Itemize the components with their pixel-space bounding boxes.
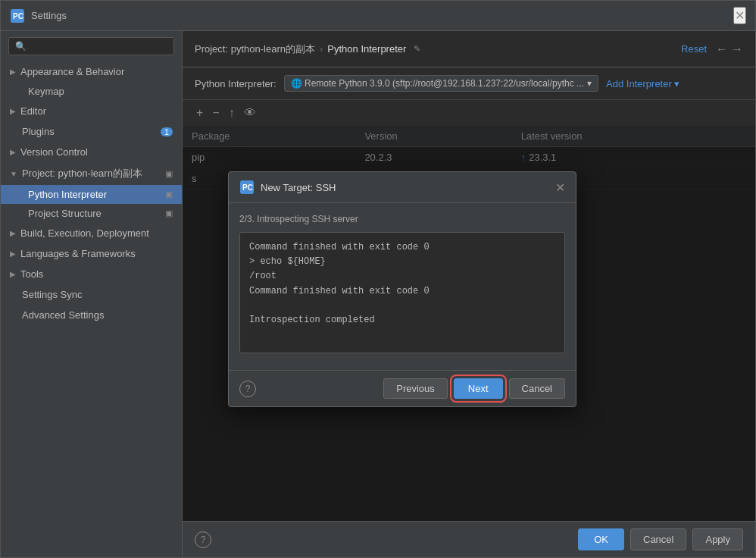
sidebar-item-label: Advanced Settings: [22, 309, 104, 321]
window-title: Settings: [31, 10, 67, 21]
dropdown-arrow-icon: ▾: [587, 78, 592, 89]
bottom-actions: OK Cancel Apply: [578, 528, 743, 550]
sidebar-item-appearance[interactable]: ▶ Appearance & Behavior: [1, 61, 182, 82]
interpreter-select[interactable]: 🌐 Remote Python 3.9.0 (sftp://root@192.1…: [284, 75, 598, 92]
sidebar-item-label: Project: python-learn的副本: [22, 167, 142, 180]
ok-button[interactable]: OK: [578, 528, 624, 550]
add-interpreter-button[interactable]: Add Interpreter ▾: [606, 78, 679, 89]
modal-logo: PC: [239, 180, 255, 195]
console-line: [249, 299, 555, 313]
modal-overlay: PC New Target: SSH ✕ 2/3. Introspecting …: [183, 126, 755, 521]
console-line: Command finished with exit code 0: [249, 284, 555, 299]
app-logo: PC: [10, 8, 25, 24]
remove-package-button[interactable]: −: [211, 105, 220, 121]
apply-button[interactable]: Apply: [692, 528, 743, 550]
structure-icon: ▣: [165, 208, 173, 218]
expand-arrow: ▶: [10, 270, 16, 278]
sidebar-item-label: Keymap: [28, 86, 64, 97]
breadcrumb-current: Python Interpreter: [327, 43, 406, 55]
expand-arrow: ▼: [10, 170, 17, 178]
edit-icon: ✎: [414, 44, 420, 54]
cancel-main-button[interactable]: Cancel: [630, 528, 686, 550]
plugins-badge: 1: [161, 127, 173, 136]
sidebar-item-keymap[interactable]: Keymap: [1, 82, 182, 101]
packages-table-area: Package Version Latest version pip 20.2.…: [183, 126, 755, 521]
package-toolbar: + − ↑ 👁: [183, 100, 755, 126]
sidebar-item-label: Settings Sync: [22, 289, 83, 300]
next-button[interactable]: Next: [454, 378, 503, 399]
modal-title: New Target: SSH: [261, 182, 336, 193]
up-button[interactable]: ↑: [227, 105, 236, 121]
sidebar-item-label: Build, Execution, Deployment: [20, 227, 149, 239]
modal-footer: ? Previous Next Cancel: [229, 370, 576, 406]
cancel-button[interactable]: Cancel: [509, 378, 565, 399]
sidebar-item-label: Project Structure: [28, 208, 102, 219]
interpreter-label: Python Interpreter:: [195, 78, 276, 89]
expand-arrow: ▶: [10, 229, 16, 237]
search-input[interactable]: [8, 37, 174, 55]
add-package-button[interactable]: +: [195, 105, 205, 121]
sidebar-item-label: Languages & Frameworks: [20, 248, 136, 259]
header-actions: Reset ← →: [681, 42, 743, 56]
breadcrumb-project: Project: python-learn的副本: [195, 42, 315, 56]
main-header: Project: python-learn的副本 › Python Interp…: [183, 31, 755, 67]
sidebar-item-label: Appearance & Behavior: [20, 66, 124, 77]
forward-button[interactable]: →: [731, 42, 743, 56]
settings-window: PC Settings ✕ ▶ Appearance & Behavior Ke…: [0, 0, 756, 558]
sidebar-item-label: Python Interpreter: [28, 189, 107, 200]
breadcrumb: Project: python-learn的副本 › Python Interp…: [195, 42, 420, 56]
sidebar: ▶ Appearance & Behavior Keymap ▶ Editor …: [1, 31, 183, 557]
sidebar-item-project-structure[interactable]: Project Structure ▣: [1, 204, 182, 223]
project-icon: ▣: [165, 169, 173, 179]
expand-arrow: ▶: [10, 148, 16, 156]
sidebar-item-plugins[interactable]: Plugins 1: [1, 121, 182, 142]
console-line: Command finished with exit code 0: [249, 240, 555, 255]
close-button[interactable]: ✕: [733, 7, 746, 24]
bottom-help-button[interactable]: ?: [195, 531, 211, 548]
sidebar-item-languages[interactable]: ▶ Languages & Frameworks: [1, 243, 182, 264]
modal-header: PC New Target: SSH ✕: [229, 172, 576, 203]
console-line: Introspection completed: [249, 313, 555, 328]
sidebar-item-tools[interactable]: ▶ Tools: [1, 264, 182, 284]
ssh-dialog: PC New Target: SSH ✕ 2/3. Introspecting …: [228, 171, 576, 407]
sidebar-item-advanced-settings[interactable]: Advanced Settings: [1, 305, 182, 325]
sidebar-item-version-control[interactable]: ▶ Version Control: [1, 142, 182, 162]
console-line: > echo ${HOME}: [249, 255, 555, 269]
modal-console: Command finished with exit code 0 > echo…: [239, 232, 565, 353]
sidebar-item-editor[interactable]: ▶ Editor: [1, 101, 182, 121]
expand-arrow: ▶: [10, 107, 16, 115]
help-button[interactable]: ?: [239, 381, 256, 397]
modal-step: 2/3. Introspecting SSH server: [239, 214, 565, 224]
breadcrumb-separator: ›: [320, 43, 323, 55]
sidebar-item-python-interpreter[interactable]: Python Interpreter ▣: [1, 185, 182, 204]
sidebar-item-settings-sync[interactable]: Settings Sync: [1, 284, 182, 305]
back-button[interactable]: ←: [716, 42, 728, 56]
nav-arrows: ← →: [716, 42, 743, 56]
modal-close-button[interactable]: ✕: [555, 180, 565, 195]
bottom-bar: ? OK Cancel Apply: [183, 521, 755, 557]
sidebar-item-label: Plugins: [22, 126, 55, 137]
sidebar-item-label: Tools: [20, 268, 43, 280]
sidebar-item-label: Version Control: [20, 146, 88, 158]
interpreter-value: 🌐 Remote Python 3.9.0 (sftp://root@192.1…: [291, 78, 584, 89]
expand-arrow: ▶: [10, 249, 16, 258]
title-bar: PC Settings ✕: [1, 1, 755, 31]
interpreter-bar: Python Interpreter: 🌐 Remote Python 3.9.…: [183, 67, 755, 100]
sidebar-item-label: Editor: [20, 105, 46, 117]
body: ▶ Appearance & Behavior Keymap ▶ Editor …: [1, 31, 755, 557]
previous-button[interactable]: Previous: [383, 378, 448, 399]
sidebar-item-build[interactable]: ▶ Build, Execution, Deployment: [1, 223, 182, 243]
interpreter-icon: ▣: [165, 190, 173, 199]
svg-text:PC: PC: [242, 183, 253, 192]
console-line: /root: [249, 269, 555, 284]
reset-button[interactable]: Reset: [681, 43, 707, 55]
eye-button[interactable]: 👁: [242, 105, 258, 121]
modal-body: 2/3. Introspecting SSH server Command fi…: [229, 203, 576, 370]
svg-text:PC: PC: [13, 12, 23, 20]
expand-arrow: ▶: [10, 67, 16, 76]
sidebar-item-project[interactable]: ▼ Project: python-learn的副本 ▣: [1, 162, 182, 185]
main-content: Project: python-learn的副本 › Python Interp…: [183, 31, 755, 557]
